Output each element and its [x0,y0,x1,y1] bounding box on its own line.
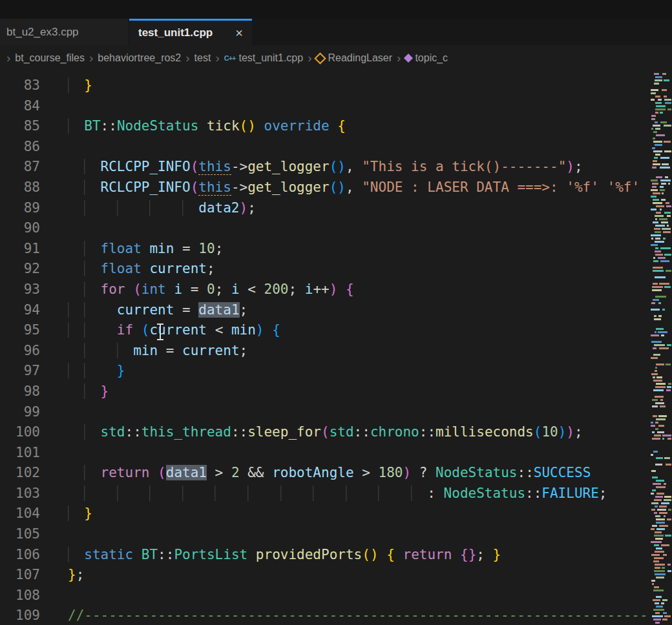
code-line[interactable]: 106 static BT::PortsList providedPorts()… [0,545,672,566]
line-number: 88 [0,178,40,198]
minimap-code-block [655,144,662,146]
line-number: 90 [0,218,40,239]
tab-test-unit1[interactable]: test_unit1.cpp × [129,19,252,45]
code-line[interactable]: 88 RCLCPP_INFO(this->get_logger(), "NODE… [0,178,672,198]
code-token: :: [158,547,174,562]
tab-label: test_unit1.cpp [138,26,213,39]
line-number: 87 [0,157,40,178]
minimap[interactable] [650,71,672,625]
tab-bar: bt_u2_ex3.cpp test_unit1.cpp × [0,19,672,45]
breadcrumb-item-topic-callback[interactable]: topic_c [405,52,448,64]
breadcrumb-item-behaviortree-ros2[interactable]: behaviortree_ros2 [98,52,181,64]
code-line[interactable]: 84 [0,96,672,117]
title-bar [0,0,672,19]
minimap-code-block [651,528,655,530]
code-text: //--------------------------------------… [68,606,672,625]
code-line[interactable]: 92 float current; [0,259,672,280]
minimap-code-block [654,586,659,588]
minimap-code-block [651,493,654,495]
code-token: } [493,547,501,562]
minimap-code-block [655,128,660,130]
code-text: data2); [68,198,256,219]
code-line[interactable]: 105 [0,524,672,545]
minimap-code-block [655,102,662,104]
code-line[interactable]: 103 : NodeStatus::FAILURE; [0,484,672,504]
code-line[interactable]: 104 } [0,504,672,524]
code-token [149,465,158,480]
minimap-code-block [662,228,671,230]
minimap-code-block [652,183,658,185]
code-line[interactable]: 101 [0,443,672,464]
code-token: ) [330,282,338,297]
tab-bt-u2-ex3[interactable]: bt_u2_ex3.cpp [0,19,129,45]
code-token: 200 [264,282,289,297]
minimap-code-block [655,428,658,430]
breadcrumb-item-file[interactable]: C++ test_unit1.cpp [224,52,303,64]
minimap-code-block [659,512,667,514]
minimap-code-block [655,464,662,466]
code-token: { [272,322,280,338]
code-text: float current; [68,259,215,280]
code-token: && [240,465,273,480]
breadcrumb-item-test[interactable]: test [194,52,211,64]
code-line[interactable]: 102 return (data1 > 2 && robotAngle > 18… [0,463,672,484]
minimap-code-block [656,596,662,598]
code-editor[interactable]: 83 }8485 BT::NodeStatus tick() override … [0,71,672,625]
code-line[interactable]: 96 min = current; [0,341,672,362]
minimap-code-block [667,225,669,227]
minimap-code-block [653,125,660,127]
indent-guides [68,465,101,480]
code-line[interactable]: 98 } [0,382,672,402]
code-line[interactable]: 87 RCLCPP_INFO(this->get_logger(), "This… [0,157,672,178]
code-line[interactable]: 95 if (current < min) { [0,320,672,341]
breadcrumb-item-bt-course-files[interactable]: bt_course_files [15,52,85,64]
breadcrumb-item-readinglaser[interactable]: ReadingLaser [316,52,392,64]
code-token: ) [566,159,574,174]
line-number: 94 [0,300,40,321]
close-icon[interactable]: × [235,26,243,39]
minimap-code-block [660,209,662,210]
minimap-code-block [655,331,656,333]
minimap-code-block [667,386,671,388]
code-line[interactable]: 83 } [0,76,672,96]
minimap-code-block [655,612,660,614]
code-token: i [174,282,182,297]
code-line[interactable]: 109//-----------------------------------… [0,606,672,625]
minimap-code-block [652,615,663,617]
minimap-code-block [661,221,668,223]
line-number: 97 [0,361,40,382]
code-line[interactable]: 107}; [0,565,672,586]
code-line[interactable]: 89 data2); [0,198,672,219]
code-line[interactable]: 93 for (int i = 0; i < 200; i++) { [0,280,672,300]
minimap-code-block [655,573,666,575]
indent-guides [68,547,84,562]
code-line[interactable]: 94 current = data1; [0,300,672,321]
minimap-code-block [655,79,662,81]
minimap-code-block [656,528,665,530]
minimap-code-block [655,622,660,624]
code-token: () [240,118,256,134]
code-token: } [84,77,92,93]
minimap-code-block [655,370,657,372]
minimap-code-block [659,283,669,285]
code-token: current [117,302,174,318]
minimap-code-block [652,489,656,491]
code-line[interactable]: 100 std::this_thread::sleep_for(std::chr… [0,422,672,443]
line-number: 83 [0,76,40,96]
code-line[interactable]: 91 float min = 10; [0,239,672,260]
code-line[interactable]: 108 [0,586,672,606]
code-line[interactable]: 99 [0,402,672,423]
minimap-code-block [651,509,655,511]
code-line[interactable]: 85 BT::NodeStatus tick() override { [0,116,672,137]
code-token: } [84,506,92,521]
code-token: current [149,261,207,276]
code-token: chrono [370,424,419,440]
code-line[interactable]: 97 } [0,361,672,382]
minimap-code-block [667,570,671,572]
minimap-code-block [652,186,656,188]
minimap-code-block [653,560,659,562]
class-symbol-icon [315,52,326,64]
code-line[interactable]: 86 [0,137,672,158]
minimap-code-block [655,251,661,252]
code-line[interactable]: 90 [0,218,672,239]
